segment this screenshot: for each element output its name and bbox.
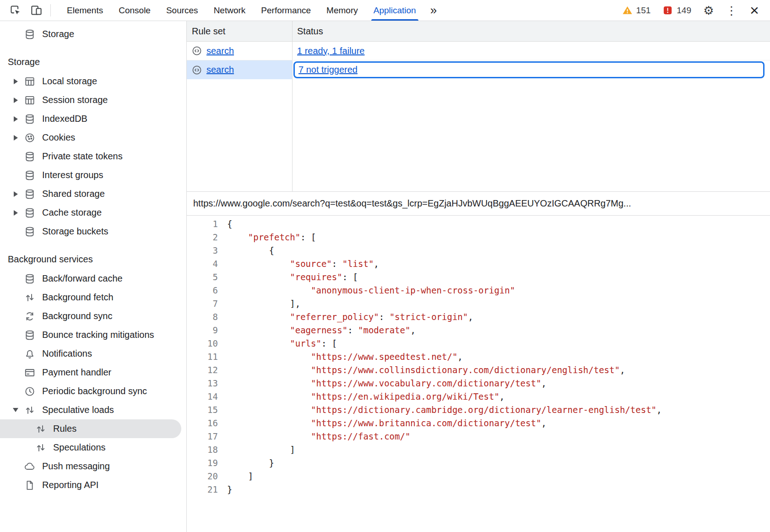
sidebar-item-storage-buckets[interactable]: Storage buckets	[0, 222, 186, 241]
line-number: 9	[187, 324, 227, 337]
database-icon	[24, 207, 36, 219]
expand-icon[interactable]	[7, 98, 24, 103]
code-text: "https://www.britannica.com/dictionary/t…	[227, 417, 547, 430]
sidebar-item-label: Push messaging	[42, 461, 110, 472]
sidebar-item-label: Reporting API	[42, 480, 98, 490]
code-text: "https://en.wikipedia.org/wiki/Test",	[227, 390, 504, 403]
sidebar-item-reporting-api[interactable]: Reporting API	[0, 476, 186, 494]
expand-icon[interactable]	[7, 116, 24, 122]
expand-icon[interactable]	[7, 79, 24, 84]
tab-network[interactable]: Network	[206, 0, 254, 21]
sidebar-item-payment-handler[interactable]: Payment handler	[0, 363, 186, 382]
code-text: "https://www.speedtest.net/",	[227, 350, 463, 364]
line-number: 5	[187, 271, 227, 284]
table-row[interactable]: search7 not triggered	[187, 60, 770, 79]
code-line: 14 "https://en.wikipedia.org/wiki/Test",	[187, 390, 770, 403]
sidebar-item-bounce-tracking-mitigations[interactable]: Bounce tracking mitigations	[0, 326, 186, 344]
sidebar-item-cache-storage[interactable]: Cache storage	[0, 203, 186, 222]
sidebar: StorageStorageLocal storageSession stora…	[0, 21, 187, 532]
errors-badge[interactable]: 149	[658, 5, 696, 16]
collapse-icon[interactable]	[7, 408, 24, 412]
sidebar-item-label: IndexedDB	[42, 114, 87, 124]
column-divider	[187, 79, 293, 191]
sidebar-item-indexeddb[interactable]: IndexedDB	[0, 109, 186, 128]
sidebar-item-label: Notifications	[42, 348, 92, 359]
sidebar-item-local-storage[interactable]: Local storage	[0, 72, 186, 91]
code-line: 3 {	[187, 244, 770, 257]
sidebar-item-push-messaging[interactable]: Push messaging	[0, 457, 186, 476]
sidebar-item-cookies[interactable]: Cookies	[0, 128, 186, 147]
ruleset-rows: search1 ready, 1 failuresearch7 not trig…	[187, 42, 770, 79]
sidebar-item-label: Cache storage	[42, 207, 102, 218]
line-number: 10	[187, 337, 227, 350]
sidebar-item-storage[interactable]: Storage	[0, 25, 186, 43]
code-line: 7 ],	[187, 297, 770, 310]
sidebar-item-label: Local storage	[42, 76, 97, 87]
sidebar-item-label: Private state tokens	[42, 151, 123, 162]
bell-icon	[24, 348, 36, 360]
database-icon	[24, 151, 36, 163]
sidebar-item-rules[interactable]: Rules	[0, 419, 181, 438]
device-toolbar-button[interactable]	[26, 0, 47, 21]
settings-button[interactable]: ⚙	[699, 0, 719, 21]
sidebar-item-label: Payment handler	[42, 367, 111, 378]
line-number: 8	[187, 310, 227, 324]
sidebar-item-label: Storage buckets	[42, 226, 108, 237]
table-row[interactable]: search1 ready, 1 failure	[187, 42, 770, 60]
inspect-icon	[9, 4, 22, 16]
sidebar-item-speculations[interactable]: Speculations	[0, 438, 186, 457]
code-line: 6 "anonymous-client-ip-when-cross-origin…	[187, 284, 770, 297]
code-line: 21}	[187, 483, 770, 496]
database-icon	[24, 329, 36, 341]
devtools-body: StorageStorageLocal storageSession stora…	[0, 21, 770, 532]
sidebar-item-periodic-background-sync[interactable]: Periodic background sync	[0, 382, 186, 401]
status-cell[interactable]: 7 not triggered	[293, 61, 765, 78]
ruleset-link[interactable]: search	[206, 65, 234, 75]
code-line: 20 ]	[187, 470, 770, 483]
tab-performance[interactable]: Performance	[253, 0, 319, 21]
expand-icon[interactable]	[7, 135, 24, 141]
line-number: 18	[187, 443, 227, 456]
more-tabs-button[interactable]: »	[424, 0, 443, 21]
line-number: 21	[187, 483, 227, 496]
code-line: 9 "eagerness": "moderate",	[187, 324, 770, 337]
sidebar-item-private-state-tokens[interactable]: Private state tokens	[0, 147, 186, 166]
database-icon	[24, 188, 36, 200]
warnings-badge[interactable]: 151	[618, 5, 656, 16]
status-link[interactable]: 1 ready, 1 failure	[297, 46, 365, 56]
sidebar-item-label: Cookies	[42, 132, 75, 143]
inspect-element-button[interactable]	[5, 0, 26, 21]
tab-console[interactable]: Console	[111, 0, 158, 21]
close-button[interactable]: ×	[744, 0, 765, 21]
updown-icon	[35, 442, 47, 454]
sidebar-item-session-storage[interactable]: Session storage	[0, 91, 186, 109]
expand-icon[interactable]	[7, 210, 24, 216]
status-link[interactable]: 7 not triggered	[298, 65, 358, 75]
line-number: 2	[187, 231, 227, 244]
sidebar-item-back-forward-cache[interactable]: Back/forward cache	[0, 269, 186, 288]
menu-button[interactable]: ⋮	[721, 0, 742, 21]
tab-elements[interactable]: Elements	[59, 0, 111, 21]
tab-sources[interactable]: Sources	[158, 0, 206, 21]
sidebar-item-notifications[interactable]: Notifications	[0, 344, 186, 363]
sidebar-item-background-sync[interactable]: Background sync	[0, 307, 186, 326]
toolbar-tabs: ElementsConsoleSourcesNetworkPerformance…	[59, 0, 424, 21]
database-icon	[24, 28, 36, 40]
code-line: 8 "referrer_policy": "strict-origin",	[187, 310, 770, 324]
line-number: 13	[187, 377, 227, 390]
sidebar-section-storage: Storage	[0, 52, 186, 72]
expand-icon[interactable]	[7, 191, 24, 197]
status-cell[interactable]: 1 ready, 1 failure	[293, 42, 770, 60]
tab-memory[interactable]: Memory	[319, 0, 366, 21]
column-header-status: Status	[293, 21, 770, 41]
sidebar-item-speculative-loads[interactable]: Speculative loads	[0, 401, 186, 419]
sidebar-item-shared-storage[interactable]: Shared storage	[0, 185, 186, 203]
tab-application[interactable]: Application	[366, 0, 424, 21]
sidebar-item-interest-groups[interactable]: Interest groups	[0, 166, 186, 185]
table-header: Rule set Status	[187, 21, 770, 42]
sidebar-item-label: Rules	[53, 423, 76, 434]
ruleset-link[interactable]: search	[206, 46, 234, 56]
line-number: 7	[187, 297, 227, 310]
code-viewer[interactable]: 1{2 "prefetch": [3 {4 "source": "list",5…	[187, 216, 770, 532]
sidebar-item-background-fetch[interactable]: Background fetch	[0, 288, 186, 307]
